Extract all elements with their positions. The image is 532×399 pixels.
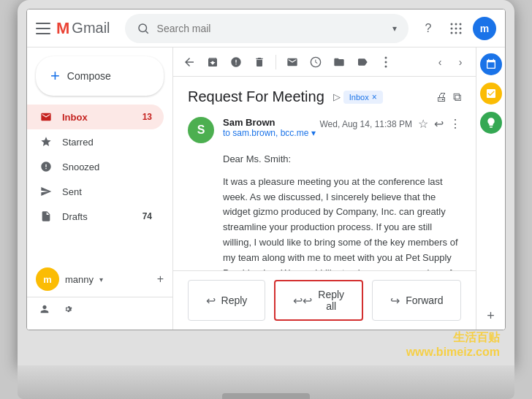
archive-button[interactable] (202, 52, 223, 72)
keep-panel-icon[interactable] (480, 112, 502, 134)
inbox-badge: 13 (142, 112, 152, 122)
search-icon (137, 22, 150, 35)
svg-point-7 (460, 27, 462, 29)
starred-label: Starred (62, 137, 94, 148)
reply-quick-icon[interactable]: ↩ (434, 117, 444, 131)
compose-label: Compose (67, 70, 111, 82)
svg-point-10 (460, 31, 462, 34)
inbox-tag-close[interactable]: × (372, 92, 377, 102)
forward-button[interactable]: ↪ Forward (372, 280, 461, 321)
inbox-tag: Inbox × (343, 91, 383, 104)
email-date: Wed, Aug 14, 11:38 PM (319, 119, 412, 129)
svg-point-5 (451, 27, 453, 29)
starred-icon (39, 136, 53, 148)
more-button[interactable] (376, 52, 396, 72)
mark-unread-button[interactable] (282, 52, 303, 72)
external-link-button[interactable]: ⧉ (453, 91, 461, 104)
reply-area: ↩ Reply ↩↩ Reply all ↪ Forward (173, 270, 476, 330)
svg-point-6 (455, 27, 457, 29)
compose-button[interactable]: + Compose (36, 56, 164, 96)
reply-button[interactable]: ↩ Reply (188, 280, 266, 321)
calendar-panel-icon[interactable] (480, 53, 502, 75)
email-meta-right: Wed, Aug 14, 11:38 PM ☆ ↩ ⋮ (319, 117, 461, 131)
sent-label: Sent (62, 186, 82, 197)
prev-email-button[interactable]: ‹ (430, 53, 449, 72)
sidebar-item-sent[interactable]: Sent (27, 179, 164, 204)
labels-button[interactable] (352, 52, 373, 72)
move-button[interactable] (329, 52, 349, 72)
pagination-nav: ‹ › (430, 53, 470, 72)
email-body: Dear Ms. Smith: It was a pleasure meetin… (223, 152, 461, 270)
snooze-button[interactable] (305, 52, 326, 72)
toolbar-separator-1 (276, 55, 276, 69)
forward-icon: ↪ (390, 294, 400, 308)
topbar-icons: ? m (417, 17, 496, 40)
email-sender-row: S Sam Brown to sam.brown, bcc.me ▾ Wed, … (188, 117, 461, 143)
sidebar-item-starred[interactable]: Starred (27, 129, 164, 154)
back-button[interactable] (179, 52, 200, 72)
user-avatar[interactable]: m (473, 17, 496, 40)
manage-accounts-icon[interactable] (36, 300, 53, 318)
hamburger-menu[interactable] (36, 23, 50, 34)
email-subject: Request For Meeting (188, 88, 324, 105)
expand-recipients-icon[interactable]: ▾ (311, 128, 316, 138)
user-name: manny (65, 274, 94, 285)
help-button[interactable]: ? (417, 18, 439, 39)
reply-all-icon: ↩↩ (293, 294, 312, 308)
next-email-button[interactable]: › (451, 53, 470, 72)
settings-icon[interactable] (59, 300, 77, 318)
sender-name: Sam Brown (223, 117, 319, 128)
sender-info: Sam Brown to sam.brown, bcc.me ▾ (223, 117, 319, 138)
sidebar-item-snoozed[interactable]: Snoozed (27, 154, 164, 179)
email-toolbar: ‹ › (173, 48, 476, 77)
reply-icon: ↩ (206, 294, 216, 308)
more-options-icon[interactable]: ⋮ (449, 117, 461, 131)
apps-button[interactable] (445, 18, 467, 39)
svg-point-3 (455, 23, 457, 25)
snoozed-label: Snoozed (62, 162, 99, 172)
gmail-logo: M Gmail (56, 19, 110, 38)
sidebar-bottom: m manny ▾ + (27, 262, 172, 297)
svg-point-0 (139, 24, 147, 32)
email-area: ‹ › Request For Meeting ▷ Inbox (173, 48, 476, 330)
sender-to: to sam.brown, bcc.me ▾ (223, 128, 319, 138)
snoozed-icon (39, 161, 53, 172)
svg-point-4 (460, 23, 462, 25)
inbox-label: Inbox (62, 112, 88, 123)
search-dropdown-icon[interactable]: ▾ (392, 23, 397, 34)
user-avatar-small[interactable]: m (36, 267, 59, 291)
drafts-icon (39, 210, 53, 222)
add-panel-button[interactable]: + (487, 308, 495, 324)
svg-point-8 (451, 31, 453, 34)
print-button[interactable]: 🖨 (436, 91, 447, 104)
search-bar[interactable]: ▾ (125, 14, 408, 43)
user-dropdown-icon[interactable]: ▾ (99, 276, 103, 284)
delete-button[interactable] (249, 52, 270, 72)
user-avatar-letter: m (43, 274, 52, 285)
sidebar: + Compose Inbox 13 Starr (27, 48, 173, 330)
inbox-badge-area: ▷ Inbox × (333, 91, 383, 104)
email-content: Request For Meeting ▷ Inbox × 🖨 ⧉ (173, 77, 476, 270)
salutation: Dear Ms. Smith: (223, 152, 461, 167)
search-input[interactable] (157, 23, 392, 34)
spam-button[interactable] (226, 52, 246, 72)
body-para-1: It was a pleasure meeting you at the con… (223, 175, 461, 270)
sidebar-item-drafts[interactable]: Drafts 74 (27, 204, 164, 229)
reply-label: Reply (221, 294, 248, 306)
svg-point-9 (455, 31, 457, 34)
gmail-wordmark: Gmail (72, 20, 110, 37)
sidebar-item-inbox[interactable]: Inbox 13 (27, 104, 164, 129)
gmail-m-letter: M (56, 19, 69, 38)
svg-line-1 (145, 31, 148, 33)
tasks-panel-icon[interactable] (480, 83, 502, 104)
sender-avatar: S (188, 117, 214, 143)
email-subject-row: Request For Meeting ▷ Inbox × 🖨 ⧉ (188, 88, 461, 105)
svg-point-11 (385, 56, 387, 58)
inbox-tag-label: Inbox (349, 93, 369, 102)
add-account-icon[interactable]: + (157, 273, 164, 286)
drafts-badge: 74 (142, 211, 152, 221)
star-icon[interactable]: ☆ (418, 117, 428, 131)
reply-all-button[interactable]: ↩↩ Reply all (274, 280, 363, 321)
forward-label: Forward (406, 294, 443, 306)
svg-point-2 (451, 23, 453, 25)
